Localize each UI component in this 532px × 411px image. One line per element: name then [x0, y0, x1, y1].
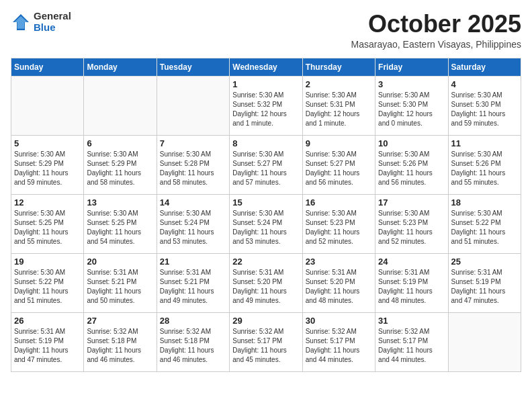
calendar-cell: 31Sunrise: 5:32 AMSunset: 5:17 PMDayligh… — [375, 312, 448, 371]
weekday-header-thursday: Thursday — [302, 58, 375, 76]
calendar-cell: 9Sunrise: 5:30 AMSunset: 5:27 PMDaylight… — [302, 135, 375, 194]
day-info: Sunrise: 5:30 AMSunset: 5:24 PMDaylight:… — [232, 209, 299, 246]
calendar-cell — [84, 76, 157, 135]
day-number: 19 — [14, 257, 81, 267]
day-info: Sunrise: 5:32 AMSunset: 5:18 PMDaylight:… — [87, 327, 153, 365]
calendar-cell — [157, 76, 229, 135]
day-info: Sunrise: 5:32 AMSunset: 5:17 PMDaylight:… — [378, 327, 445, 365]
weekday-header-friday: Friday — [375, 58, 448, 76]
day-info: Sunrise: 5:31 AMSunset: 5:21 PMDaylight:… — [160, 268, 226, 306]
calendar-cell: 26Sunrise: 5:31 AMSunset: 5:19 PMDayligh… — [11, 312, 84, 371]
weekday-header-tuesday: Tuesday — [157, 58, 229, 76]
day-info: Sunrise: 5:32 AMSunset: 5:18 PMDaylight:… — [160, 327, 226, 365]
day-info: Sunrise: 5:31 AMSunset: 5:21 PMDaylight:… — [87, 268, 153, 306]
day-info: Sunrise: 5:30 AMSunset: 5:23 PMDaylight:… — [378, 209, 445, 246]
day-number: 15 — [232, 197, 299, 208]
day-info: Sunrise: 5:32 AMSunset: 5:17 PMDaylight:… — [232, 327, 299, 365]
calendar-cell: 29Sunrise: 5:32 AMSunset: 5:17 PMDayligh… — [230, 312, 302, 371]
day-number: 25 — [451, 257, 518, 267]
calendar-cell: 16Sunrise: 5:30 AMSunset: 5:23 PMDayligh… — [302, 194, 375, 253]
weekday-header-saturday: Saturday — [448, 58, 521, 76]
calendar-cell: 10Sunrise: 5:30 AMSunset: 5:26 PMDayligh… — [375, 135, 448, 194]
calendar-cell: 15Sunrise: 5:30 AMSunset: 5:24 PMDayligh… — [230, 194, 302, 253]
day-number: 5 — [14, 138, 81, 148]
day-info: Sunrise: 5:30 AMSunset: 5:30 PMDaylight:… — [451, 91, 518, 128]
calendar-cell: 17Sunrise: 5:30 AMSunset: 5:23 PMDayligh… — [375, 194, 448, 253]
day-number: 24 — [378, 257, 445, 267]
location-title: Masarayao, Eastern Visayas, Philippines — [351, 39, 521, 50]
calendar-cell: 24Sunrise: 5:31 AMSunset: 5:19 PMDayligh… — [375, 253, 448, 312]
calendar-cell: 4Sunrise: 5:30 AMSunset: 5:30 PMDaylight… — [448, 76, 521, 135]
calendar-cell: 19Sunrise: 5:30 AMSunset: 5:22 PMDayligh… — [11, 253, 84, 312]
day-number: 1 — [232, 79, 299, 89]
week-row-5: 26Sunrise: 5:31 AMSunset: 5:19 PMDayligh… — [11, 312, 521, 371]
calendar-cell — [11, 76, 84, 135]
day-number: 7 — [160, 138, 226, 148]
calendar-cell: 28Sunrise: 5:32 AMSunset: 5:18 PMDayligh… — [157, 312, 229, 371]
calendar-cell: 27Sunrise: 5:32 AMSunset: 5:18 PMDayligh… — [84, 312, 157, 371]
weekday-header-sunday: Sunday — [11, 58, 84, 76]
calendar-cell: 21Sunrise: 5:31 AMSunset: 5:21 PMDayligh… — [157, 253, 229, 312]
calendar-cell: 6Sunrise: 5:30 AMSunset: 5:29 PMDaylight… — [84, 135, 157, 194]
day-info: Sunrise: 5:31 AMSunset: 5:19 PMDaylight:… — [378, 268, 445, 306]
day-number: 23 — [306, 257, 372, 267]
calendar-cell: 11Sunrise: 5:30 AMSunset: 5:26 PMDayligh… — [448, 135, 521, 194]
calendar-cell: 12Sunrise: 5:30 AMSunset: 5:25 PMDayligh… — [11, 194, 84, 253]
day-number: 26 — [14, 316, 81, 326]
day-info: Sunrise: 5:30 AMSunset: 5:29 PMDaylight:… — [14, 150, 81, 187]
day-info: Sunrise: 5:30 AMSunset: 5:27 PMDaylight:… — [232, 150, 299, 187]
day-number: 4 — [451, 79, 518, 89]
logo-general-label: General — [34, 11, 71, 22]
day-info: Sunrise: 5:32 AMSunset: 5:17 PMDaylight:… — [306, 327, 372, 365]
day-number: 3 — [378, 79, 445, 89]
day-info: Sunrise: 5:31 AMSunset: 5:19 PMDaylight:… — [14, 327, 81, 365]
day-number: 18 — [451, 197, 518, 208]
day-info: Sunrise: 5:30 AMSunset: 5:31 PMDaylight:… — [306, 91, 372, 128]
calendar-cell: 18Sunrise: 5:30 AMSunset: 5:22 PMDayligh… — [448, 194, 521, 253]
day-info: Sunrise: 5:31 AMSunset: 5:19 PMDaylight:… — [451, 268, 518, 306]
day-number: 9 — [306, 138, 372, 148]
weekday-header-wednesday: Wednesday — [230, 58, 302, 76]
calendar-cell — [448, 312, 521, 371]
weekday-header-row: SundayMondayTuesdayWednesdayThursdayFrid… — [11, 58, 521, 76]
calendar-cell: 20Sunrise: 5:31 AMSunset: 5:21 PMDayligh… — [84, 253, 157, 312]
day-info: Sunrise: 5:30 AMSunset: 5:23 PMDaylight:… — [306, 209, 372, 246]
day-number: 27 — [87, 316, 153, 326]
week-row-1: 1Sunrise: 5:30 AMSunset: 5:32 PMDaylight… — [11, 76, 521, 135]
week-row-3: 12Sunrise: 5:30 AMSunset: 5:25 PMDayligh… — [11, 194, 521, 253]
day-info: Sunrise: 5:30 AMSunset: 5:22 PMDaylight:… — [14, 268, 81, 306]
day-number: 17 — [378, 197, 445, 208]
month-title: October 2025 — [351, 11, 521, 38]
day-number: 22 — [232, 257, 299, 267]
day-info: Sunrise: 5:30 AMSunset: 5:32 PMDaylight:… — [232, 91, 299, 128]
day-info: Sunrise: 5:30 AMSunset: 5:25 PMDaylight:… — [14, 209, 81, 246]
logo-text: General Blue — [34, 11, 71, 33]
header: General Blue October 2025 Masarayao, Eas… — [11, 11, 521, 50]
day-info: Sunrise: 5:30 AMSunset: 5:24 PMDaylight:… — [160, 209, 226, 246]
day-number: 13 — [87, 197, 153, 208]
calendar-cell: 8Sunrise: 5:30 AMSunset: 5:27 PMDaylight… — [230, 135, 302, 194]
day-number: 16 — [306, 197, 372, 208]
day-number: 6 — [87, 138, 153, 148]
calendar-cell: 13Sunrise: 5:30 AMSunset: 5:25 PMDayligh… — [84, 194, 157, 253]
calendar: SundayMondayTuesdayWednesdayThursdayFrid… — [11, 58, 521, 372]
day-number: 12 — [14, 197, 81, 208]
day-info: Sunrise: 5:30 AMSunset: 5:22 PMDaylight:… — [451, 209, 518, 246]
day-number: 8 — [232, 138, 299, 148]
day-info: Sunrise: 5:31 AMSunset: 5:20 PMDaylight:… — [232, 268, 299, 306]
day-info: Sunrise: 5:30 AMSunset: 5:27 PMDaylight:… — [306, 150, 372, 187]
day-number: 29 — [232, 316, 299, 326]
day-number: 2 — [306, 79, 372, 89]
day-number: 11 — [451, 138, 518, 148]
day-number: 20 — [87, 257, 153, 267]
calendar-cell: 25Sunrise: 5:31 AMSunset: 5:19 PMDayligh… — [448, 253, 521, 312]
day-number: 14 — [160, 197, 226, 208]
day-number: 10 — [378, 138, 445, 148]
day-number: 31 — [378, 316, 445, 326]
week-row-4: 19Sunrise: 5:30 AMSunset: 5:22 PMDayligh… — [11, 253, 521, 312]
day-info: Sunrise: 5:30 AMSunset: 5:25 PMDaylight:… — [87, 209, 153, 246]
day-number: 21 — [160, 257, 226, 267]
logo-blue-label: Blue — [34, 22, 71, 34]
calendar-cell: 3Sunrise: 5:30 AMSunset: 5:30 PMDaylight… — [375, 76, 448, 135]
day-info: Sunrise: 5:30 AMSunset: 5:26 PMDaylight:… — [451, 150, 518, 187]
